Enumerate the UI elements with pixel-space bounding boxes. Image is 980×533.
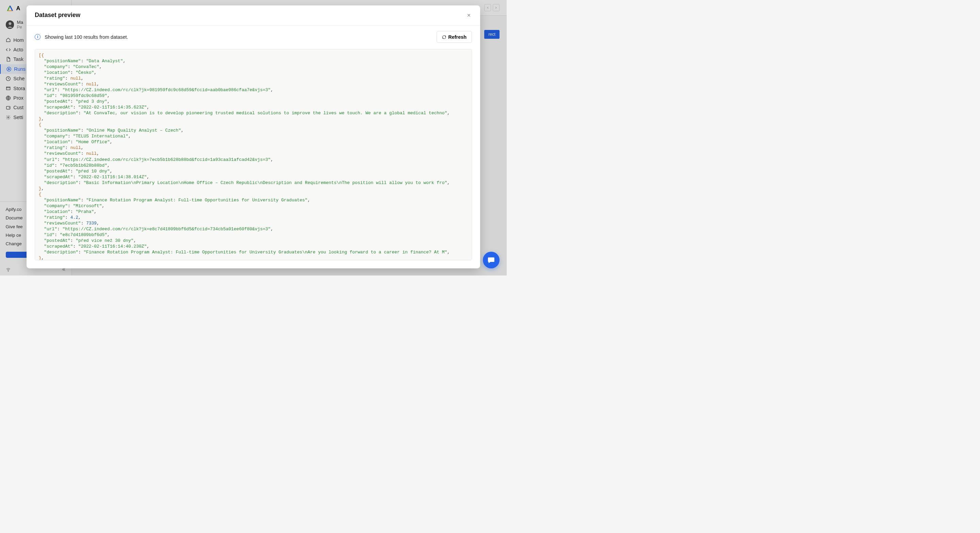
modal-title: Dataset preview xyxy=(35,11,80,19)
info-text: Showing last 100 results from dataset. xyxy=(45,34,128,40)
close-icon[interactable]: ✕ xyxy=(466,12,472,18)
modal-body: [{ "positionName": "Data Analyst", "comp… xyxy=(27,45,480,268)
json-preview[interactable]: [{ "positionName": "Data Analyst", "comp… xyxy=(35,49,472,260)
info-icon: i xyxy=(35,34,40,40)
dataset-preview-modal: Dataset preview ✕ i Showing last 100 res… xyxy=(27,5,480,269)
info-block: i Showing last 100 results from dataset. xyxy=(35,34,128,40)
refresh-icon xyxy=(442,35,446,39)
refresh-label: Refresh xyxy=(448,34,466,40)
refresh-button[interactable]: Refresh xyxy=(437,31,472,43)
modal-header: Dataset preview ✕ xyxy=(27,5,480,25)
modal-toolbar: i Showing last 100 results from dataset.… xyxy=(27,25,480,45)
